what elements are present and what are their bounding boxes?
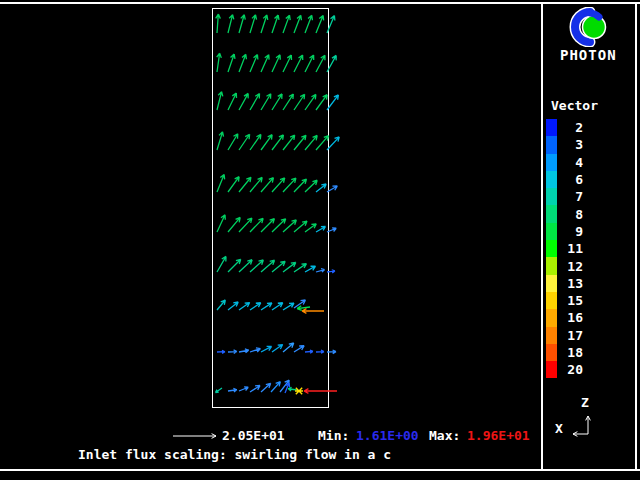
vector-arrow xyxy=(216,14,221,33)
min-value: 1.61E+00 xyxy=(356,429,419,443)
vector-arrow xyxy=(283,343,294,352)
legend-entry: 12 xyxy=(546,257,583,274)
legend-entry: 3 xyxy=(546,136,583,153)
scale-arrow-value: 2.05E+01 xyxy=(222,429,285,443)
legend-entry: 11 xyxy=(546,240,583,257)
vector-arrow xyxy=(294,264,306,272)
asterisk-marker xyxy=(295,388,303,394)
vector-arrow xyxy=(228,177,239,192)
vector-arrow xyxy=(316,227,326,233)
vector-arrow xyxy=(294,55,303,72)
vector-arrow xyxy=(228,54,235,72)
vector-arrow xyxy=(304,389,337,394)
legend-swatch xyxy=(546,119,557,136)
vector-arrow xyxy=(305,224,316,232)
legend-swatch xyxy=(546,240,557,257)
vector-arrow xyxy=(228,302,238,310)
vector-arrow xyxy=(327,228,336,232)
vector-arrow xyxy=(250,348,260,352)
vector-arrow xyxy=(272,345,283,352)
legend-swatch xyxy=(546,275,557,292)
vector-arrow xyxy=(217,300,225,310)
vector-arrow xyxy=(261,303,272,310)
min-label: Min: xyxy=(318,429,349,443)
legend-value-label: 17 xyxy=(557,329,583,342)
vector-arrow xyxy=(283,94,293,110)
vector-arrow xyxy=(239,260,252,272)
vector-arrow xyxy=(305,135,317,150)
legend-entry: 9 xyxy=(546,223,583,240)
vector-arrow xyxy=(272,303,283,310)
vector-arrow xyxy=(272,178,285,192)
vector-arrow xyxy=(228,93,237,110)
vector-arrow xyxy=(327,95,338,110)
vector-arrow xyxy=(327,16,335,33)
legend-entry: 20 xyxy=(546,361,583,378)
vector-arrow xyxy=(327,55,336,72)
vector-arrow xyxy=(327,270,335,273)
vector-arrow xyxy=(228,15,234,33)
vector-arrow xyxy=(327,186,337,192)
vector-arrow xyxy=(250,385,260,392)
vector-arrow xyxy=(316,184,326,192)
vector-arrow xyxy=(283,303,294,310)
vector-arrow xyxy=(239,15,245,33)
photon-logo-label: PHOTON xyxy=(560,48,617,62)
legend-entry: 6 xyxy=(546,171,583,188)
vector-arrow xyxy=(327,350,336,354)
vector-arrow xyxy=(239,218,252,232)
legend-value-label: 11 xyxy=(557,242,583,255)
vector-arrow xyxy=(261,346,272,352)
legend-entry: 17 xyxy=(546,327,583,344)
legend-value-label: 15 xyxy=(557,294,583,307)
vector-arrow xyxy=(261,383,271,392)
legend-entry: 13 xyxy=(546,275,583,292)
vector-arrow xyxy=(239,54,246,72)
legend-entry: 8 xyxy=(546,205,583,222)
vector-arrow xyxy=(316,350,324,353)
vector-arrow xyxy=(316,55,325,72)
vector-arrow xyxy=(217,256,226,272)
vector-color-legend: 23467891112131516171820 xyxy=(546,119,583,378)
legend-value-label: 18 xyxy=(557,346,583,359)
vector-arrow xyxy=(228,259,241,272)
vector-arrow xyxy=(261,15,268,33)
vector-arrow xyxy=(217,53,222,72)
legend-swatch xyxy=(546,136,557,153)
vector-arrow xyxy=(173,434,216,439)
vector-arrow xyxy=(316,136,328,150)
vector-arrow xyxy=(305,350,313,353)
vector-arrow xyxy=(239,387,248,391)
vector-arrow xyxy=(261,178,273,192)
legend-entry: 15 xyxy=(546,292,583,309)
vector-arrow xyxy=(239,349,249,353)
legend-value-label: 3 xyxy=(557,138,583,151)
legend-entry: 2 xyxy=(546,119,583,136)
vector-arrow xyxy=(239,93,248,110)
legend-entry: 7 xyxy=(546,188,583,205)
vector-arrow xyxy=(283,55,292,72)
legend-title: Vector xyxy=(551,99,598,113)
vector-arrow xyxy=(316,15,324,33)
vector-arrow xyxy=(250,134,261,150)
vector-arrow xyxy=(294,179,307,192)
vector-arrow xyxy=(217,350,225,353)
legend-swatch xyxy=(546,154,557,171)
vector-arrow xyxy=(250,94,260,110)
legend-value-label: 6 xyxy=(557,173,583,186)
vector-arrow xyxy=(272,55,280,72)
vector-arrow xyxy=(217,215,225,232)
vector-arrow xyxy=(261,135,272,150)
vector-arrow xyxy=(217,132,224,150)
vector-arrow xyxy=(302,309,324,314)
legend-entry: 16 xyxy=(546,309,583,326)
vector-arrow xyxy=(228,134,238,150)
legend-value-label: 8 xyxy=(557,208,583,221)
vector-arrow xyxy=(283,262,296,272)
vector-arrow xyxy=(305,180,317,192)
vector-arrow xyxy=(586,416,591,434)
legend-swatch xyxy=(546,292,557,309)
photon-logo-icon xyxy=(566,7,612,47)
axis-z-label: Z xyxy=(581,396,589,410)
vector-arrow xyxy=(250,55,258,72)
